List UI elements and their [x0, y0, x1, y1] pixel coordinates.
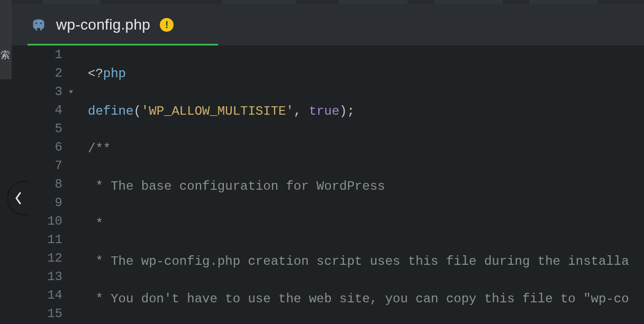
code-line[interactable]: * The wp-config.php creation script uses…	[75, 252, 644, 271]
php-elephant-icon	[31, 19, 47, 31]
line-number[interactable]: 15	[12, 304, 75, 323]
unsaved-indicator-icon: !	[160, 18, 174, 32]
code-line[interactable]: * You don't have to use the web site, yo…	[75, 290, 644, 308]
top-strip-seg	[222, 0, 296, 4]
vertical-scrollbar[interactable]	[637, 45, 644, 324]
top-strip-seg	[339, 0, 407, 4]
top-strip-seg	[434, 0, 503, 4]
line-number[interactable]: 14	[12, 286, 75, 304]
sidebar-search-label: 索	[1, 49, 10, 61]
code-line[interactable]: /**	[75, 140, 644, 158]
code-line[interactable]: <?php	[75, 64, 644, 83]
line-number[interactable]: 5	[12, 119, 75, 138]
code-area[interactable]: <?php define('WP_ALLOW_MULTISITE', true)…	[75, 45, 644, 324]
line-number[interactable]: 4	[12, 101, 75, 119]
tab-bar: wp-config.php !	[12, 4, 644, 45]
svg-point-1	[40, 23, 42, 24]
code-line[interactable]: *	[75, 215, 644, 233]
chevron-left-icon	[14, 191, 23, 206]
svg-point-0	[35, 23, 37, 24]
code-line[interactable]: define('WP_ALLOW_MULTISITE', true);	[75, 102, 644, 121]
top-strip-seg	[42, 0, 101, 4]
line-number[interactable]: 13	[12, 267, 75, 286]
top-strip	[0, 0, 644, 4]
line-number[interactable]: 12	[12, 249, 75, 267]
left-sidebar: 索	[0, 0, 12, 324]
line-number[interactable]: 3	[12, 82, 75, 101]
tab-filename: wp-config.php	[56, 16, 150, 33]
editor-window: 索 wp-config.php ! 1 2 3 4 5 6 7 8 9 10	[0, 0, 644, 324]
file-tab[interactable]: wp-config.php !	[28, 12, 178, 38]
top-strip-seg	[529, 0, 598, 4]
code-line[interactable]: * The base configuration for WordPress	[75, 177, 644, 196]
line-number[interactable]: 2	[12, 64, 75, 82]
line-number[interactable]: 7	[12, 156, 75, 175]
line-number[interactable]: 1	[12, 45, 75, 64]
line-number[interactable]: 6	[12, 138, 75, 156]
code-editor[interactable]: 1 2 3 4 5 6 7 8 9 10 11 12 13 14 15 16 <…	[12, 45, 644, 324]
line-number[interactable]: 11	[12, 230, 75, 249]
